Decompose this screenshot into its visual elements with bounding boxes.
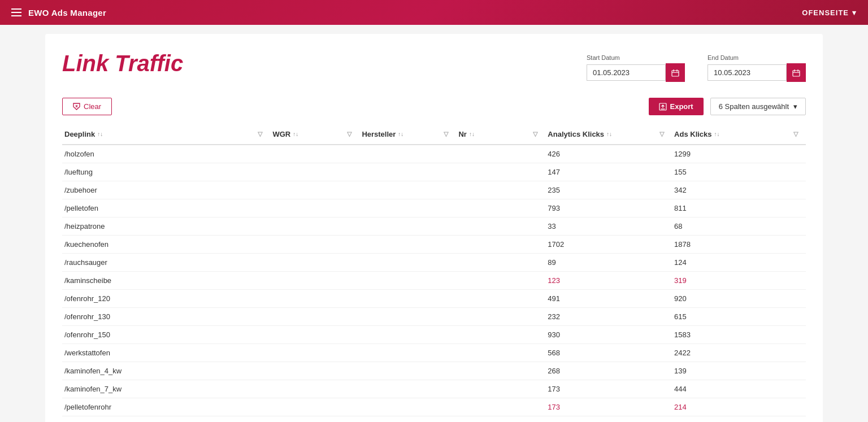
- filter-icon-hersteller[interactable]: ▽: [444, 130, 450, 138]
- start-datum-input[interactable]: [587, 64, 666, 81]
- table-row: /lueftung147155: [62, 163, 806, 181]
- cell-deeplink: /zubehoer: [62, 181, 270, 199]
- app-title: EWO Ads Manager: [28, 8, 106, 18]
- cell-nr: [456, 272, 545, 290]
- cell-nr: [456, 254, 545, 272]
- table-row: /heizpatrone3368: [62, 217, 806, 236]
- cell-ads_klicks: 319: [672, 272, 806, 290]
- table-header-row: Deeplink ↑↓ ▽ WGR ↑↓ ▽: [62, 125, 806, 145]
- cell-hersteller: [359, 362, 456, 380]
- cell-analytics_klicks: 173: [545, 380, 672, 398]
- cell-deeplink: /holzofen: [62, 145, 270, 163]
- table-row: /holzofen4261299: [62, 145, 806, 163]
- table-row: /kaminofen_7_kw173444: [62, 380, 806, 398]
- col-header-nr[interactable]: Nr ↑↓ ▽: [456, 125, 545, 145]
- cell-deeplink: /lueftung: [62, 163, 270, 181]
- end-datum-input[interactable]: [708, 64, 787, 81]
- cell-hersteller: [359, 308, 456, 326]
- toolbar: Clear Export 6 Spalten ausgewählt ▾: [62, 98, 806, 115]
- ofenseite-button[interactable]: OFENSEITE ▾: [802, 8, 857, 17]
- cell-analytics_klicks: 147: [545, 163, 672, 181]
- col-header-wgr[interactable]: WGR ↑↓ ▽: [270, 125, 359, 145]
- cell-wgr: [270, 362, 359, 380]
- cell-nr: [456, 236, 545, 254]
- columns-selector[interactable]: 6 Spalten ausgewählt ▾: [710, 98, 806, 115]
- table-row: /pelletofen793811: [62, 199, 806, 217]
- cell-analytics_klicks: 568: [545, 344, 672, 362]
- cell-deeplink: /ofenrohr_130: [62, 308, 270, 326]
- filter-icon-wgr[interactable]: ▽: [347, 130, 354, 138]
- cell-hersteller: [359, 181, 456, 199]
- cell-ads_klicks: 155: [672, 163, 806, 181]
- cell-analytics_klicks: 173: [545, 398, 672, 416]
- filter-icon-nr[interactable]: ▽: [533, 130, 540, 138]
- cell-nr: [456, 181, 545, 199]
- start-datum-field: Start Datum: [587, 54, 685, 82]
- cell-wgr: [270, 254, 359, 272]
- col-header-analytics-klicks[interactable]: Analytics Klicks ↑↓ ▽: [545, 125, 672, 145]
- cell-analytics_klicks: 930: [545, 326, 672, 344]
- cell-deeplink: /kuechenofen: [62, 236, 270, 254]
- sort-icon-ads: ↑↓: [714, 131, 720, 137]
- svg-rect-4: [793, 71, 800, 76]
- cell-hersteller: [359, 380, 456, 398]
- cell-ads_klicks: 1299: [672, 145, 806, 163]
- export-icon: [659, 103, 667, 111]
- cell-analytics_klicks: 89: [545, 254, 672, 272]
- filter-icon-deeplink[interactable]: ▽: [258, 130, 264, 138]
- cell-nr: [456, 344, 545, 362]
- col-header-ads-klicks[interactable]: Ads Klicks ↑↓ ▽: [672, 125, 806, 145]
- cell-nr: [456, 416, 545, 423]
- cell-hersteller: [359, 145, 456, 163]
- cell-nr: [456, 362, 545, 380]
- sort-icon-nr: ↑↓: [469, 131, 475, 137]
- table-row: /kaminscheibe123319: [62, 272, 806, 290]
- sort-icon-wgr: ↑↓: [293, 131, 298, 137]
- cell-deeplink: /ofenrohr_150: [62, 326, 270, 344]
- table-row: /ofenrohr_1509301583: [62, 326, 806, 344]
- sort-icon-deeplink: ↑↓: [97, 131, 103, 137]
- cell-hersteller: [359, 163, 456, 181]
- cell-ads_klicks: 615: [672, 308, 806, 326]
- cell-wgr: [270, 290, 359, 308]
- app-header: EWO Ads Manager OFENSEITE ▾: [0, 0, 868, 25]
- cell-deeplink: /rauchsauger: [62, 254, 270, 272]
- export-button[interactable]: Export: [649, 98, 704, 115]
- cell-analytics_klicks: 793: [545, 199, 672, 217]
- col-header-deeplink[interactable]: Deeplink ↑↓ ▽: [62, 125, 270, 145]
- page-title: Link Traffic: [62, 51, 183, 76]
- cell-nr: [456, 199, 545, 217]
- cell-wgr: [270, 181, 359, 199]
- cell-wgr: [270, 344, 359, 362]
- cell-ads_klicks: 2422: [672, 344, 806, 362]
- cell-hersteller: [359, 344, 456, 362]
- chevron-down-icon: ▾: [793, 102, 797, 111]
- cell-nr: [456, 290, 545, 308]
- cell-nr: [456, 145, 545, 163]
- clear-button[interactable]: Clear: [62, 98, 112, 115]
- cell-hersteller: [359, 199, 456, 217]
- cell-wgr: [270, 326, 359, 344]
- top-area: Link Traffic Start Datum: [62, 51, 806, 82]
- filter-icon-ads[interactable]: ▽: [793, 130, 800, 138]
- menu-icon[interactable]: [11, 8, 21, 16]
- cell-nr: [456, 308, 545, 326]
- start-datum-label: Start Datum: [587, 54, 685, 61]
- cell-deeplink: /pelletofen: [62, 199, 270, 217]
- cell-hersteller: [359, 272, 456, 290]
- cell-deeplink: /kaminscheibe: [62, 272, 270, 290]
- cell-deeplink: /kaminofen_4_kw: [62, 362, 270, 380]
- cell-deeplink: /werkstattofen: [62, 344, 270, 362]
- end-datum-calendar-button[interactable]: [787, 63, 806, 82]
- cell-hersteller: [359, 398, 456, 416]
- cell-analytics_klicks: 1702: [545, 236, 672, 254]
- cell-wgr: [270, 163, 359, 181]
- start-datum-calendar-button[interactable]: [666, 63, 685, 82]
- cell-analytics_klicks: 426: [545, 145, 672, 163]
- cell-ads_klicks: 444: [672, 380, 806, 398]
- cell-ads_klicks: 811: [672, 199, 806, 217]
- cell-wgr: [270, 308, 359, 326]
- cell-deeplink: /pufferspeicher: [62, 416, 270, 423]
- col-header-hersteller[interactable]: Hersteller ↑↓ ▽: [359, 125, 456, 145]
- filter-icon-analytics[interactable]: ▽: [659, 130, 666, 138]
